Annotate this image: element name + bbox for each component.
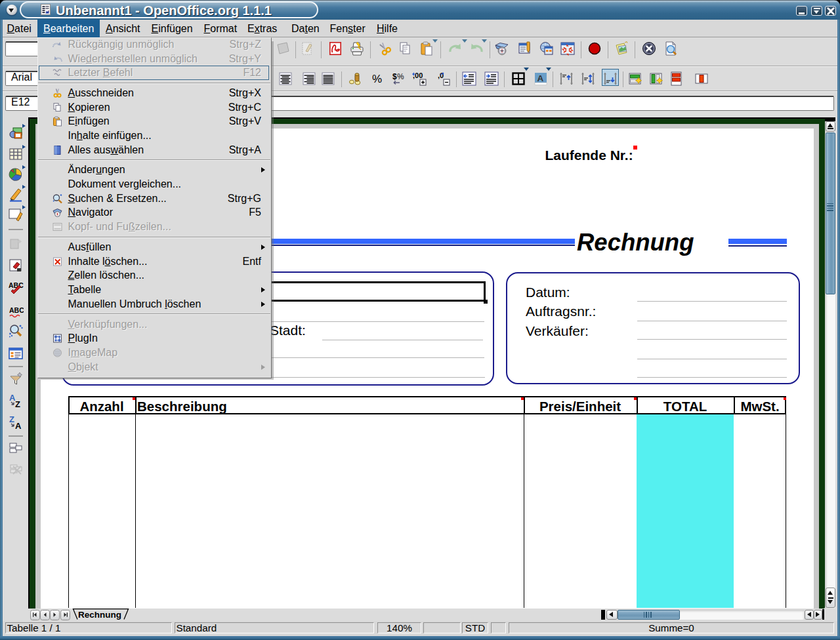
svg-text:Z: Z xyxy=(15,399,20,409)
svg-text:,0: ,0 xyxy=(438,71,444,79)
svg-text:%: % xyxy=(397,72,404,81)
svg-text:%: % xyxy=(372,73,382,85)
svg-text:,00: ,00 xyxy=(413,71,423,79)
svg-text:$: $ xyxy=(392,72,397,81)
svg-text:A: A xyxy=(537,73,544,83)
svg-text:A: A xyxy=(15,421,22,430)
svg-text:ABC: ABC xyxy=(9,306,24,314)
svg-text:Z: Z xyxy=(9,414,14,424)
